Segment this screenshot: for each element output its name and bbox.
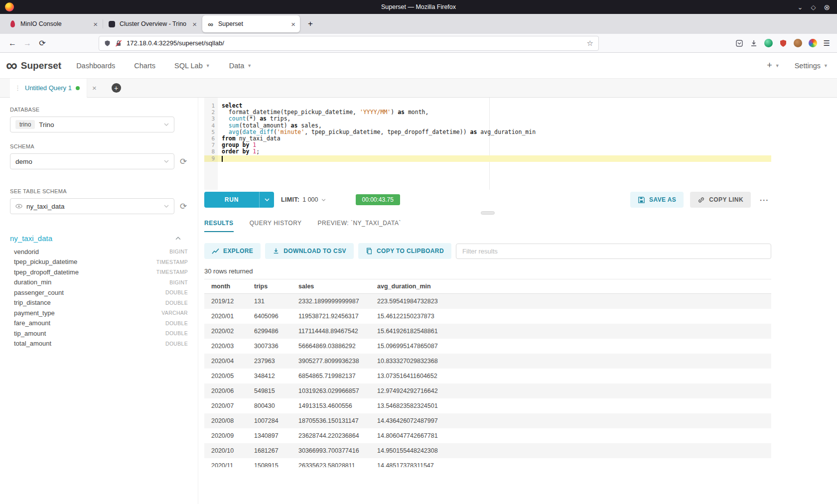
window-maximize-icon[interactable]: ◇ [811, 4, 816, 10]
pane-drag-handle[interactable] [481, 211, 495, 215]
drag-dots-icon[interactable]: ⋮ [14, 84, 21, 92]
forward-button[interactable]: → [20, 36, 35, 50]
collapse-table-icon[interactable] [175, 237, 181, 240]
results-cell: 10.833327029832368 [370, 354, 771, 369]
results-cell: 549815 [247, 383, 291, 398]
results-column-header[interactable]: avg_duration_min [370, 279, 771, 294]
code-line: order by 1; [218, 148, 771, 155]
database-value: Trino [39, 121, 54, 128]
line-number: 7 [204, 142, 218, 148]
window-close-icon[interactable]: ⊗ [824, 3, 830, 11]
schema-column-row: fare_amountDOUBLE [10, 318, 188, 329]
table-select[interactable]: ny_taxi_data [10, 198, 174, 214]
cookie-extension-icon[interactable] [794, 39, 802, 47]
run-options-caret[interactable] [259, 192, 274, 208]
results-column-header[interactable]: month [204, 279, 247, 294]
nav-charts[interactable]: Charts [134, 62, 155, 70]
explore-button[interactable]: EXPLORE [204, 243, 261, 259]
results-cell: 30366993.700377416 [291, 443, 370, 458]
tab-close-icon[interactable]: × [192, 20, 197, 28]
tab-close-icon[interactable]: × [93, 20, 98, 28]
results-cell: 2020/02 [204, 324, 247, 339]
results-cell: 14913153.4600556 [291, 398, 370, 413]
results-row: 2020/042379633905277.809993623810.833327… [204, 354, 771, 369]
line-number: 4 [204, 123, 218, 129]
superset-logo[interactable]: ∞ Superset [6, 59, 61, 72]
save-icon [638, 196, 645, 204]
sqllab-sidebar: DATABASE trino Trino ⟳ SCHEMA demo ⟳ SEE… [0, 98, 198, 504]
browser-tab-trino[interactable]: Cluster Overview - Trino × [104, 15, 201, 32]
downloads-icon[interactable] [750, 39, 758, 47]
database-select[interactable]: trino Trino [10, 117, 174, 132]
menu-icon[interactable]: ☰ [824, 39, 830, 48]
results-row: 2020/10168126730366993.70037741614.95015… [204, 443, 771, 458]
query-tab-row: ⋮ Untitled Query 1 × + [0, 79, 837, 98]
window-shade-icon[interactable]: ⌄ [798, 4, 803, 10]
column-list: vendoridBIGINTtpep_pickup_datetimeTIMEST… [10, 247, 188, 349]
results-cell: 6405096 [247, 309, 291, 324]
url-text[interactable]: 172.18.0.4:32295/superset/sqllab/ [127, 39, 582, 47]
results-cell: 2020/08 [204, 413, 247, 428]
nav-dashboards[interactable]: Dashboards [76, 62, 115, 70]
browser-navbar: ← → ⟳ 172.18.0.4:32295/superset/sqllab/ … [0, 34, 837, 53]
save-as-button[interactable]: SAVE AS [630, 192, 684, 208]
refresh-schema-icon[interactable]: ⟳ [179, 157, 188, 166]
results-column-header[interactable]: sales [291, 279, 370, 294]
line-number: 8 [204, 148, 218, 155]
sql-editor[interactable]: 123456789 select format_datetime(tpep_pi… [204, 98, 771, 190]
table-name[interactable]: ny_taxi_data [10, 234, 52, 243]
results-cell: 119538721.92456317 [291, 309, 370, 324]
reload-button[interactable]: ⟳ [35, 36, 50, 50]
tab-preview[interactable]: PREVIEW: `NY_TAXI_DATA` [318, 220, 401, 232]
insecure-lock-icon[interactable] [115, 40, 122, 47]
results-column-header[interactable]: trips [247, 279, 291, 294]
results-cell: 14.950155448242308 [370, 443, 771, 458]
copy-icon [366, 248, 373, 254]
bookmark-star-icon[interactable]: ☆ [587, 39, 593, 48]
tab-close-icon[interactable]: × [291, 20, 295, 28]
chevron-down-icon [164, 205, 169, 208]
extension-pinwheel-icon[interactable] [809, 39, 817, 47]
schema-column-row: tpep_pickup_datetimeTIMESTAMP [10, 257, 188, 267]
browser-tab-minio[interactable]: MinIO Console × [4, 15, 102, 32]
header-plus-menu[interactable]: +▼ [767, 60, 779, 71]
extension-green-icon[interactable] [764, 39, 773, 47]
database-engine-pill: trino [15, 120, 35, 129]
tab-results[interactable]: RESULTS [204, 220, 234, 232]
tracking-shield-icon[interactable] [104, 40, 111, 47]
column-type: BIGINT [169, 249, 188, 254]
run-button[interactable]: RUN [204, 192, 259, 208]
limit-dropdown[interactable]: LIMIT: 1 000 [281, 196, 326, 203]
download-csv-button[interactable]: DOWNLOAD TO CSV [265, 243, 354, 259]
results-row: 2020/11150891526335623.5802881114.485173… [204, 458, 771, 467]
url-bar[interactable]: 172.18.0.4:32295/superset/sqllab/ ☆ [99, 36, 599, 51]
column-name: duration_min [14, 278, 51, 286]
more-actions-button[interactable]: ⋯ [757, 194, 771, 206]
filter-results-input[interactable] [456, 244, 771, 259]
add-query-tab-button[interactable]: + [112, 83, 121, 93]
ublock-shield-icon[interactable] [779, 39, 787, 47]
schema-column-row: passenger_countDOUBLE [10, 287, 188, 298]
line-number: 2 [204, 109, 218, 116]
tab-query-history[interactable]: QUERY HISTORY [250, 220, 302, 232]
refresh-table-icon[interactable]: ⟳ [179, 202, 188, 211]
query-status-dot [76, 86, 80, 90]
new-tab-button[interactable]: + [303, 17, 317, 31]
results-cell: 12.974924292716642 [370, 383, 771, 398]
column-name: tip_amount [14, 330, 46, 337]
copy-to-clipboard-button[interactable]: COPY TO CLIPBOARD [358, 243, 451, 259]
browser-tab-superset[interactable]: ∞ Superset × [202, 15, 300, 32]
back-button[interactable]: ← [5, 36, 20, 50]
results-tab-bar: RESULTS QUERY HISTORY PREVIEW: `NY_TAXI_… [204, 220, 771, 232]
query-tab-active[interactable]: ⋮ Untitled Query 1 [10, 79, 87, 98]
pocket-icon[interactable] [735, 39, 743, 47]
query-tab-close-icon[interactable]: × [92, 84, 97, 92]
schema-select[interactable]: demo [10, 153, 174, 169]
nav-sql-lab[interactable]: SQL Lab▼ [174, 62, 210, 70]
nav-data[interactable]: Data▼ [229, 62, 252, 70]
settings-menu[interactable]: Settings▼ [795, 62, 828, 70]
results-cell: 14.436426072487997 [370, 413, 771, 428]
column-name: trip_distance [14, 299, 51, 306]
copy-link-button[interactable]: COPY LINK [690, 192, 751, 208]
results-cell: 800430 [247, 398, 291, 413]
